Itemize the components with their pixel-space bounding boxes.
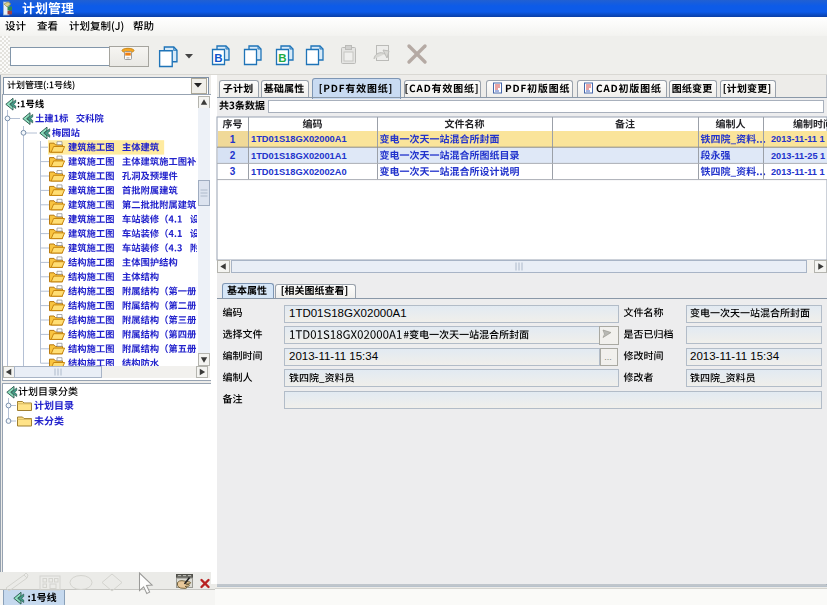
svg-text:1TD01S18GX02000A1: 1TD01S18GX02000A1 — [289, 307, 407, 319]
svg-text:B: B — [214, 52, 222, 64]
svg-text:1TD01S18GX02001A1: 1TD01S18GX02001A1 — [251, 151, 347, 161]
svg-text:2013-11-11 15:34: 2013-11-11 15:34 — [690, 350, 780, 362]
svg-text:1TD01S18GX02000A1: 1TD01S18GX02000A1 — [251, 134, 347, 144]
svg-text:B: B — [278, 52, 286, 64]
svg-text:1: 1 — [230, 134, 236, 145]
svg-text:2013-11-25 1: 2013-11-25 1 — [771, 151, 825, 161]
svg-text:2013-11-11 15:34: 2013-11-11 15:34 — [289, 350, 379, 362]
svg-text:2013-11-11 1: 2013-11-11 1 — [771, 134, 825, 144]
svg-text:2: 2 — [230, 150, 236, 161]
svg-text:...: ... — [604, 352, 612, 362]
svg-text:2013-11-11 1: 2013-11-11 1 — [771, 167, 825, 177]
svg-text:1TD01S18GX02002A0: 1TD01S18GX02002A0 — [251, 167, 347, 177]
svg-text:3: 3 — [230, 166, 236, 177]
